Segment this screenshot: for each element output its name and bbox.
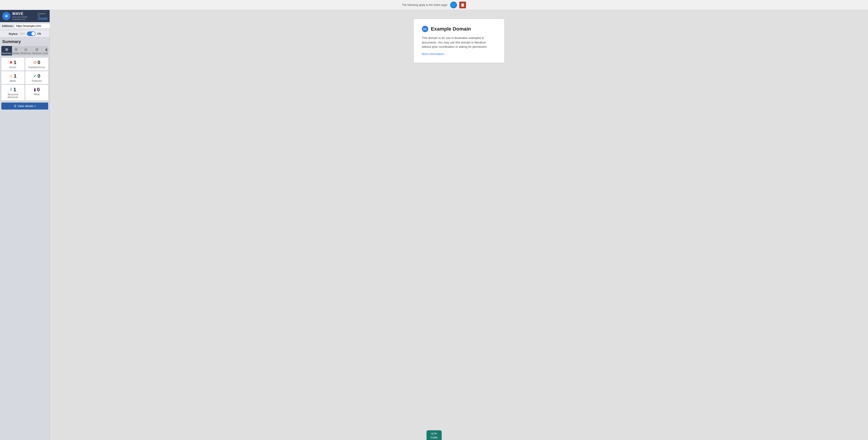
reference-tab-label: Reference (21, 52, 31, 55)
globe-icon[interactable]: 🌐 (450, 2, 457, 8)
sidebar: W WAVE web accessibility evaluation tool… (0, 10, 50, 440)
details-tab-label: Details (13, 52, 20, 55)
code-button-wrapper: </> Code (426, 430, 442, 440)
alerts-count: 1 (14, 73, 17, 79)
card-title: Example Domain (431, 26, 471, 32)
contrast-errors-count: 0 (38, 60, 40, 65)
stat-contrast-errors[interactable]: ⊙ 0 Contrast Errors (25, 58, 49, 70)
address-label: Address: (2, 25, 13, 28)
tab-reference[interactable]: ◎ Reference (20, 46, 32, 56)
address-bar: Address: ↺ (0, 22, 50, 30)
aria-label: ARIA (34, 93, 40, 96)
tab-details[interactable]: ☰ Details (12, 46, 20, 56)
example-domain-card: h1 Example Domain This domain is for use… (414, 19, 504, 63)
top-bar-message: The following apply to the entire page: (402, 3, 448, 6)
view-details-icon: ☰ (14, 104, 17, 108)
styles-label: Styles: (9, 32, 18, 35)
styles-off-label: OFF (20, 32, 25, 35)
errors-label: Errors (9, 66, 16, 69)
card-description: This domain is for use in illustrative e… (422, 36, 496, 49)
content-area: h1 Example Domain This domain is for use… (50, 10, 868, 440)
aria-count: 0 (37, 87, 40, 93)
feature-icon: ✔ (33, 73, 37, 78)
main-layout: W WAVE web accessibility evaluation tool… (0, 10, 868, 440)
tab-structure[interactable]: ⊟ Structure (32, 46, 42, 56)
card-title-row: h1 Example Domain (422, 26, 496, 32)
stat-aria-top: ▮ 0 (34, 87, 40, 93)
reference-tab-icon: ◎ (24, 47, 27, 52)
errors-count: 1 (13, 60, 16, 65)
code-label: Code (431, 436, 437, 439)
summary-section: Summary ⊞ Summary ☰ Details ◎ Reference … (0, 38, 50, 440)
stat-contrast-top: ⊙ 0 (33, 60, 40, 65)
view-details-button[interactable]: ☰ View details » (1, 102, 48, 109)
wave-subtitle: web accessibility evaluation tool (12, 16, 36, 20)
stat-features-top: ✔ 0 (33, 73, 40, 79)
styles-on-label: ON (37, 32, 41, 35)
code-icon: </> (431, 432, 437, 435)
structure-tab-icon: ⊟ (35, 47, 38, 52)
tab-summary[interactable]: ⊞ Summary (1, 46, 12, 56)
error-icon: ✖ (9, 60, 13, 65)
top-bar: The following apply to the entire page: … (0, 0, 868, 10)
wave-logo: W (2, 12, 10, 20)
alerts-label: Alerts (10, 80, 16, 82)
stat-alerts[interactable]: ⚠ 1 Alerts (1, 71, 25, 84)
sidebar-header: W WAVE web accessibility evaluation tool… (0, 10, 50, 22)
stat-errors-top: ✖ 1 (9, 60, 16, 65)
styles-bar: Styles: OFF ON (0, 30, 50, 38)
stats-grid: ✖ 1 Errors ⊙ 0 Contrast Errors ⚠ (1, 58, 48, 100)
wave-title-block: WAVE web accessibility evaluation tool (12, 12, 36, 20)
address-input[interactable] (14, 24, 52, 29)
structural-label: Structural Elements (3, 93, 23, 98)
wave-title: WAVE (12, 12, 36, 16)
tab-contrast[interactable]: ◐ Contrast (42, 46, 48, 56)
view-details-label: View details » (18, 104, 36, 108)
summary-heading: Summary (1, 39, 48, 44)
stat-structural-top: ⠿ 1 (9, 87, 16, 93)
alert-icon: ⚠ (9, 73, 13, 78)
contrast-error-icon: ⊙ (33, 60, 37, 65)
stat-errors[interactable]: ✖ 1 Errors (1, 58, 25, 70)
stat-structural[interactable]: ⠿ 1 Structural Elements (1, 85, 25, 100)
code-button[interactable]: </> Code (426, 430, 442, 440)
toggle-knob (31, 32, 35, 35)
card-more-info-link[interactable]: More information... (422, 52, 446, 56)
aria-icon: ▮ (34, 87, 36, 92)
report-icon[interactable]: 📋 (459, 2, 466, 8)
summary-tab-icon: ⊞ (5, 47, 8, 52)
features-label: Features (32, 80, 42, 82)
powered-by-label: powered by (38, 12, 47, 17)
details-tab-icon: ☰ (14, 47, 18, 52)
summary-tab-label: Summary (2, 52, 11, 55)
stat-features[interactable]: ✔ 0 Features (25, 71, 49, 84)
structural-count: 1 (13, 87, 16, 93)
structure-tab-label: Structure (32, 52, 42, 55)
contrast-errors-label: Contrast Errors (28, 66, 45, 69)
styles-toggle[interactable] (27, 31, 35, 36)
nav-tabs: ⊞ Summary ☰ Details ◎ Reference ⊟ Struct… (1, 46, 48, 56)
contrast-tab-icon: ◐ (45, 47, 48, 52)
structural-icon: ⠿ (9, 87, 12, 92)
h1-badge: h1 (422, 26, 428, 32)
contrast-tab-label: Contrast (42, 52, 48, 55)
webaim-link[interactable]: WebAIM (38, 17, 47, 20)
features-count: 0 (38, 73, 40, 79)
stat-aria[interactable]: ▮ 0 ARIA (25, 85, 49, 100)
powered-by-block: powered by WebAIM (38, 12, 47, 20)
stat-alerts-top: ⚠ 1 (9, 73, 17, 79)
